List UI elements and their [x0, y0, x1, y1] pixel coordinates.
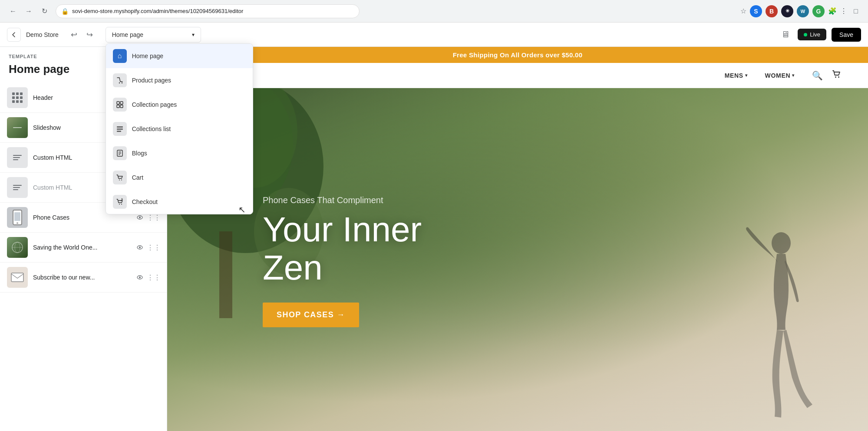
topbar-right: 🖥 Live Save [779, 28, 861, 42]
svg-rect-9 [117, 131, 121, 132]
hero-subtitle: Phone Cases That Compliment [263, 195, 428, 205]
page-dropdown-menu: ⌂ Home page Product pages [106, 43, 253, 214]
editor-back-button[interactable] [7, 28, 21, 42]
dropdown-blogs-label: Blogs [132, 150, 147, 157]
svg-rect-0 [10, 31, 17, 38]
saving-world-label: Saving the World One... [33, 244, 129, 251]
browser-nav: ← → ↻ [7, 5, 50, 17]
custom-html-2-thumbnail [7, 177, 28, 198]
dropdown-cart-label: Cart [132, 174, 143, 181]
svg-rect-4 [120, 102, 123, 104]
collections-list-icon [113, 122, 127, 136]
cursor-indicator: ↖ [238, 204, 246, 214]
live-badge: Live [798, 29, 826, 40]
ext-g-icon[interactable]: G [812, 5, 825, 17]
back-button[interactable]: ← [7, 5, 19, 17]
blogs-icon [113, 146, 127, 160]
women-chevron-icon: ▾ [792, 73, 795, 78]
header-thumbnail [7, 87, 28, 108]
dropdown-checkout-label: Checkout [132, 198, 158, 205]
svg-point-24 [17, 222, 18, 224]
svg-point-16 [119, 204, 120, 204]
bookmark-icon[interactable]: ☆ [740, 7, 746, 15]
saving-world-actions: ⋮⋮ [134, 241, 160, 253]
dropdown-collection-label: Collection pages [132, 101, 177, 108]
hero-content: Phone Cases That Compliment Your Inner Z… [167, 195, 428, 327]
custom-html-1-thumbnail [7, 147, 28, 168]
dropdown-item-blogs[interactable]: Blogs [106, 141, 253, 165]
undo-redo-controls: ↩ ↪ [67, 28, 97, 42]
svg-rect-23 [14, 212, 20, 221]
dropdown-home-label: Home page [132, 53, 163, 59]
svg-point-1 [119, 82, 120, 83]
preview-area: Free Shipping On All Orders over $50.00 … [167, 47, 868, 431]
hero-title: Your Inner Zen [263, 211, 428, 287]
announcement-text: Free Shipping On All Orders over $50.00 [453, 51, 583, 59]
cart-nav-icon[interactable] [832, 69, 842, 82]
save-button[interactable]: Save [832, 28, 861, 42]
undo-button[interactable]: ↩ [67, 28, 81, 42]
phone-cases-thumbnail [7, 207, 28, 228]
nav-icons: 🔍 [812, 69, 842, 82]
forward-button[interactable]: → [23, 5, 35, 17]
browser-extensions: ☆ S B ✳ W G 🧩 ⋮ □ [740, 5, 861, 17]
browser-chrome: ← → ↻ 🔒 sovi-demo-store.myshopify.com/ad… [0, 0, 868, 23]
store-preview: Free Shipping On All Orders over $50.00 … [167, 47, 868, 431]
subscribe-label: Subscribe to our new... [33, 274, 129, 281]
cart-icon [113, 171, 127, 184]
editor-topbar: Demo Store ↩ ↪ Home page ▾ ⌂ Home page [0, 23, 868, 47]
dropdown-collections-list-label: Collections list [132, 125, 171, 132]
ext-b-icon[interactable]: B [766, 5, 778, 17]
subscribe-drag-button[interactable]: ⋮⋮ [148, 271, 160, 283]
svg-point-15 [121, 179, 122, 180]
window-maximize-button[interactable]: □ [851, 6, 861, 16]
url-text: sovi-demo-store.myshopify.com/admin/them… [72, 8, 243, 14]
svg-rect-32 [11, 273, 23, 282]
dropdown-item-collection[interactable]: Collection pages [106, 92, 253, 117]
collection-icon [113, 98, 127, 112]
sidebar-item-saving-world[interactable]: Saving the World One... ⋮⋮ [0, 233, 167, 263]
nav-item-mens[interactable]: MENS ▾ [725, 72, 748, 79]
svg-point-35 [835, 76, 836, 78]
saving-world-visibility-button[interactable] [134, 241, 146, 253]
saving-world-drag-button[interactable]: ⋮⋮ [148, 241, 160, 253]
page-selector-button[interactable]: Home page ▾ [106, 27, 201, 43]
chevron-down-icon: ▾ [192, 32, 195, 38]
ext-s-icon[interactable]: S [750, 5, 762, 17]
svg-rect-8 [117, 128, 123, 130]
svg-point-31 [139, 247, 141, 248]
checkout-icon [113, 195, 127, 209]
shop-cases-button[interactable]: SHOP CASES → [263, 303, 359, 327]
saving-world-thumbnail [7, 237, 28, 258]
device-toggle-button[interactable]: 🖥 [779, 28, 792, 42]
reload-button[interactable]: ↻ [38, 5, 50, 17]
sidebar-item-subscribe[interactable]: Subscribe to our new... ⋮⋮ [0, 263, 167, 293]
ext-wp-icon[interactable]: W [797, 5, 809, 17]
dropdown-item-collections-list[interactable]: Collections list [106, 117, 253, 141]
nav-item-women[interactable]: WOMEN ▾ [765, 72, 795, 79]
dropdown-item-product[interactable]: Product pages [106, 68, 253, 92]
subscribe-visibility-button[interactable] [134, 271, 146, 283]
redo-button[interactable]: ↪ [83, 28, 97, 42]
announcement-bar: Free Shipping On All Orders over $50.00 [167, 47, 868, 63]
page-selector: Home page ▾ ⌂ Home page Product pages [106, 27, 201, 43]
nav-mens-label: MENS [725, 72, 743, 79]
store-nav: MENS ▾ WOMEN ▾ 🔍 [167, 63, 868, 88]
product-icon [113, 73, 127, 87]
svg-point-34 [139, 276, 141, 278]
nav-women-label: WOMEN [765, 72, 791, 79]
ext-perplexity-icon[interactable]: ✳ [781, 5, 793, 17]
dropdown-item-home[interactable]: ⌂ Home page [106, 44, 253, 68]
dropdown-item-checkout[interactable]: Checkout ↖ [106, 190, 253, 214]
menu-icon[interactable]: ⋮ [840, 7, 847, 15]
svg-rect-7 [117, 126, 123, 128]
grid-dots-icon [10, 91, 24, 105]
svg-point-42 [772, 232, 791, 254]
extensions-puzzle-icon[interactable]: 🧩 [828, 7, 837, 15]
address-bar[interactable]: 🔒 sovi-demo-store.myshopify.com/admin/th… [56, 4, 360, 18]
store-name: Demo Store [26, 31, 59, 38]
svg-point-2 [122, 82, 122, 83]
dropdown-item-cart[interactable]: Cart [106, 165, 253, 190]
svg-rect-6 [120, 105, 123, 108]
search-icon[interactable]: 🔍 [812, 70, 823, 81]
